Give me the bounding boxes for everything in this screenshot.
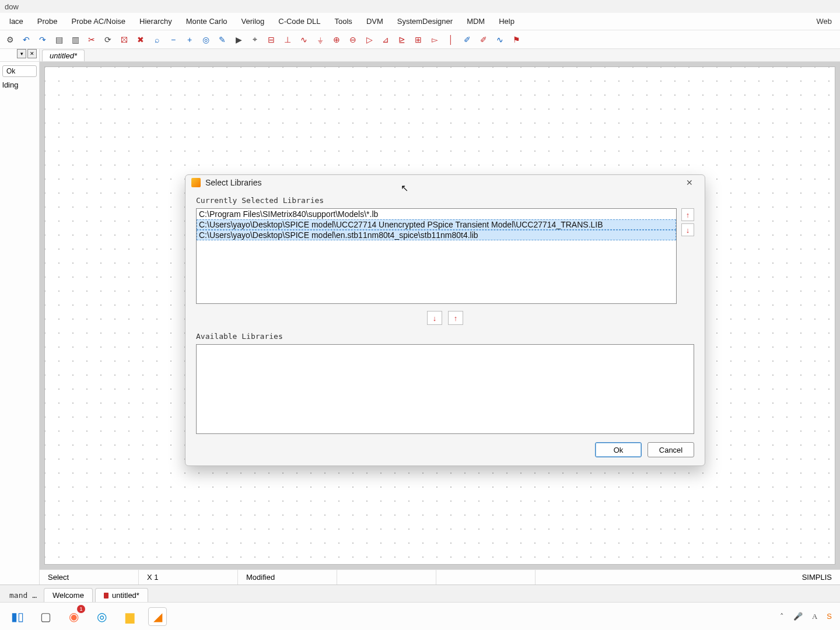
menu-mdm[interactable]: MDM	[460, 15, 492, 28]
wire-icon[interactable]: │	[444, 33, 457, 46]
list-item[interactable]: C:\Program Files\SIMetrix840\support\Mod…	[197, 209, 676, 219]
dialog-titlebar[interactable]: Select Libraries ✕	[186, 175, 705, 190]
tab-label: untitled*	[112, 591, 139, 600]
dialog-title: Select Libraries	[205, 178, 680, 187]
ground-icon[interactable]: ⏚	[314, 33, 327, 46]
left-panel-text: lding	[2, 80, 37, 89]
canvas-wrap: Select Libraries ✕ Currently Selected Li…	[40, 62, 840, 569]
dialog-app-icon	[191, 178, 201, 187]
refresh-icon[interactable]: ⟳	[102, 33, 114, 46]
delete-icon[interactable]: ✖	[134, 33, 147, 46]
toolbar: ⚙↶↷▤▥✂⟳⛝✖⌕−+◎✎▶⌖⊟⊥∿⏚⊕⊖▷⊿⊵⊞▻│✐✐∿⚑	[0, 30, 840, 49]
pnp-icon[interactable]: ⊵	[396, 33, 408, 46]
menu-ccode-dll[interactable]: C-Code DLL	[271, 15, 327, 28]
tray-mic-icon[interactable]: 🎤	[793, 612, 803, 621]
wave-icon[interactable]: ∿	[494, 33, 506, 46]
list-item[interactable]: C:\Users\yayo\Desktop\SPICE model\UCC277…	[197, 219, 676, 230]
menu-systemdesigner[interactable]: SystemDesigner	[390, 15, 460, 28]
inductor-icon[interactable]: ∿	[298, 33, 310, 46]
npn-icon[interactable]: ⊿	[379, 33, 392, 46]
menu-hierarchy[interactable]: Hierarchy	[132, 15, 179, 28]
probe-v-icon[interactable]: ✐	[461, 33, 474, 46]
dialog-close-button[interactable]: ✕	[680, 176, 699, 190]
status-simulator: SIMPLIS	[794, 570, 840, 584]
tray-ime-icon[interactable]: A	[812, 612, 817, 621]
status-mode: Select	[40, 570, 139, 584]
cut-icon[interactable]: ✂	[85, 33, 98, 46]
taskbar-app1-icon[interactable]: ▮▯	[8, 607, 27, 626]
new-doc-icon[interactable]: ▤	[52, 33, 65, 46]
status-empty2	[436, 570, 536, 584]
gear-icon[interactable]: ⚙	[4, 33, 16, 46]
menu-dvm[interactable]: DVM	[359, 15, 390, 28]
zoom-fit-icon[interactable]: ⌕	[150, 33, 163, 46]
bottom-tab-untitled[interactable]: untitled*	[95, 588, 148, 602]
diode-icon[interactable]: ▷	[363, 33, 376, 46]
tab-label: Welcome	[52, 591, 84, 600]
menu-probe[interactable]: Probe	[30, 15, 65, 28]
current-libraries-list[interactable]: C:\Program Files\SIMetrix840\support\Mod…	[196, 208, 677, 304]
list-item[interactable]: C:\Users\yayo\Desktop\SPICE model\en.stb…	[197, 230, 676, 240]
zoom-in-icon[interactable]: +	[183, 33, 196, 46]
zoom-out-icon[interactable]: −	[167, 33, 180, 46]
command-bar-fragment[interactable]: mand …	[5, 589, 41, 602]
probe-i-icon[interactable]: ✐	[477, 33, 490, 46]
available-libraries-list[interactable]	[196, 344, 694, 434]
document-tabbar: untitled*	[40, 49, 840, 62]
windows-taskbar: ▮▯ ▢ ◉1 ◎ ▆ ◢ ˄ 🎤 A S	[0, 602, 840, 630]
menu-place[interactable]: lace	[2, 15, 30, 28]
move-down-button[interactable]: ↓	[681, 223, 694, 236]
status-zoom: X 1	[139, 570, 238, 584]
isource-icon[interactable]: ⊖	[346, 33, 359, 46]
taskbar-edge-icon[interactable]: ◎	[92, 607, 111, 626]
menu-web[interactable]: Web	[817, 17, 838, 26]
bottom-tab-welcome[interactable]: Welcome	[44, 588, 93, 602]
taskbar-explorer-icon[interactable]: ▆	[120, 607, 139, 626]
status-state: Modified	[238, 570, 337, 584]
vsource-icon[interactable]: ⊕	[330, 33, 343, 46]
ok-button[interactable]: Ok	[595, 442, 642, 457]
menu-monte-carlo[interactable]: Monte Carlo	[179, 15, 235, 28]
delete-all-icon[interactable]: ⛝	[118, 33, 131, 46]
add-to-current-button[interactable]: ↑	[448, 311, 463, 325]
status-empty1	[337, 570, 436, 584]
add-to-available-button[interactable]: ↓	[427, 311, 442, 325]
app-root: dow lace Probe Probe AC/Noise Hierarchy …	[0, 0, 840, 630]
menu-bar: lace Probe Probe AC/Noise Hierarchy Mont…	[0, 13, 840, 30]
zoom-sel-icon[interactable]: ◎	[200, 33, 212, 46]
folder-icon[interactable]: ▥	[69, 33, 82, 46]
document-tab-untitled[interactable]: untitled*	[42, 50, 85, 61]
taskbar-simetrix-icon[interactable]: ◢	[148, 607, 167, 626]
tray-chevron-icon[interactable]: ˄	[780, 612, 784, 621]
doc-icon	[104, 593, 108, 598]
menu-help[interactable]: Help	[492, 15, 522, 28]
panel-dropdown-icon[interactable]: ▾	[17, 49, 26, 58]
move-up-button[interactable]: ↑	[681, 208, 694, 221]
menu-tools[interactable]: Tools	[328, 15, 359, 28]
undo-icon[interactable]: ↶	[20, 33, 33, 46]
search-icon[interactable]: ⌖	[249, 33, 261, 46]
select-libraries-dialog: Select Libraries ✕ Currently Selected Li…	[185, 174, 705, 466]
left-panel: ▾ ✕ Ok lding	[0, 49, 40, 584]
tray-app-icon[interactable]: S	[827, 612, 832, 621]
run-icon[interactable]: ▶	[232, 33, 245, 46]
redo-icon[interactable]: ↷	[36, 33, 49, 46]
menu-verilog[interactable]: Verilog	[235, 15, 272, 28]
ok-chip[interactable]: Ok	[2, 65, 37, 77]
cancel-button[interactable]: Cancel	[648, 442, 694, 457]
bottom-tabs: mand … Welcome untitled*	[0, 584, 840, 602]
resistor-icon[interactable]: ⊟	[265, 33, 278, 46]
marker-icon[interactable]: ⚑	[510, 33, 523, 46]
menu-probe-ac[interactable]: Probe AC/Noise	[65, 15, 133, 28]
mosfet-icon[interactable]: ⊞	[412, 33, 425, 46]
capacitor-icon[interactable]: ⊥	[281, 33, 294, 46]
schematic-canvas[interactable]: Select Libraries ✕ Currently Selected Li…	[44, 66, 835, 565]
opamp-icon[interactable]: ▻	[428, 33, 441, 46]
panel-close-icon[interactable]: ✕	[27, 49, 37, 58]
currently-selected-label: Currently Selected Libraries	[196, 196, 694, 205]
window-titlebar: dow	[0, 0, 840, 13]
taskbar-firefox-icon[interactable]: ◉1	[64, 607, 83, 626]
taskbar-taskview-icon[interactable]: ▢	[36, 607, 55, 626]
pencil-icon[interactable]: ✎	[216, 33, 229, 46]
window-title-fragment: dow	[5, 2, 19, 11]
